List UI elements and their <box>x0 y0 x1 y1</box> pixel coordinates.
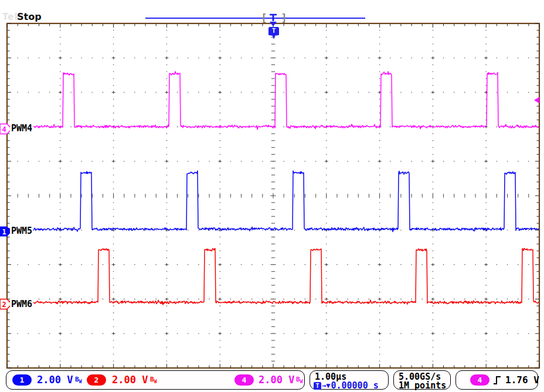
channel-1-marker-label: 1 <box>2 228 6 236</box>
channel-label-pwm5: PWM5 <box>10 226 33 236</box>
record-window-bracket-left-icon: [ <box>261 12 267 24</box>
channel-4-marker-label: 4 <box>2 125 6 134</box>
trigger-source-badge[interactable]: 4 <box>470 374 489 386</box>
ch4-bandwidth-icon: BW <box>296 376 302 384</box>
channel-2-marker-label: 2 <box>2 301 6 309</box>
ch2-scale-value: 2.00 V <box>112 374 148 386</box>
ch4-scale-value: 2.00 V <box>259 374 294 386</box>
ch2-badge[interactable]: 2 <box>87 374 106 386</box>
trigger-flag-label: T <box>268 27 279 35</box>
ch1-bandwidth-icon: BW <box>75 376 81 384</box>
ch4-badge[interactable]: 4 <box>234 374 254 386</box>
trigger-level-arrow[interactable] <box>534 97 539 104</box>
ch2-bandwidth-icon: BW <box>150 376 157 384</box>
record-window-bracket-right-icon: ] <box>281 12 287 24</box>
oscilloscope-screen: { "brand": "Tek", "status": "Stop", "tri… <box>0 0 544 392</box>
trigger-level-value: 1.76 V <box>505 374 539 386</box>
rising-edge-slope-icon <box>492 374 502 386</box>
record-length: 1M points <box>399 380 446 391</box>
channel-scale-readout-box[interactable]: 1 2.00 V BW 2 2.00 V BW 4 2.00 V BW <box>6 370 305 390</box>
horizontal-position-value: 0.00000 s <box>331 380 378 391</box>
acquisition-status: Stop <box>17 11 42 22</box>
ch1-badge[interactable]: 1 <box>12 374 32 386</box>
horizontal-position-arrows-icon: →▼ <box>322 381 330 390</box>
acquisition-readout-box[interactable]: 5.00GS/s 1M points <box>393 370 451 390</box>
waveform-pwm6 <box>8 248 539 305</box>
horizontal-readout-box[interactable]: 1.00µs T →▼ 0.00000 s <box>310 370 389 390</box>
trigger-readout-box[interactable]: 4 1.76 V <box>455 370 538 390</box>
ch1-scale-value: 2.00 V <box>37 374 73 386</box>
channel-label-pwm6: PWM6 <box>10 299 33 309</box>
graticule-and-waveforms: 412 <box>0 0 544 392</box>
channel-label-pwm4: PWM4 <box>10 123 33 134</box>
waveform-pwm4 <box>8 71 539 129</box>
trigger-t-icon: T <box>314 382 321 390</box>
waveform-pwm5 <box>8 171 539 231</box>
